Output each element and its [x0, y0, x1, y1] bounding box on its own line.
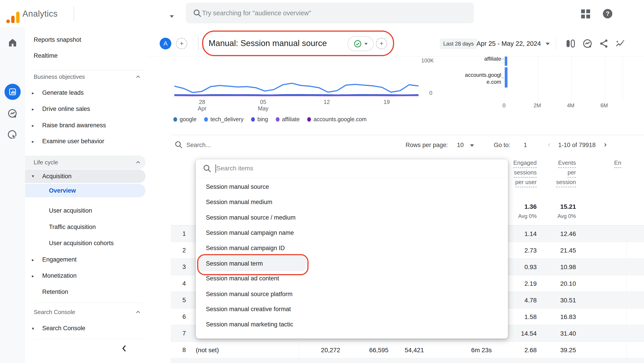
property-selector-caret-icon[interactable] — [170, 15, 174, 18]
prev-page-icon[interactable]: ‹ — [548, 140, 550, 148]
pagination-range: 1-10 of 79918 — [558, 142, 596, 148]
dropdown-item[interactable]: Session manual campaign name — [196, 225, 508, 240]
bar-category-label: affiliate — [452, 55, 501, 62]
bar-affiliate — [505, 56, 507, 66]
table-search-icon[interactable] — [174, 140, 183, 149]
sidebar-item-monetization[interactable]: Monetization — [42, 272, 76, 279]
report-header: A + Manual: Session manual source + Last… — [148, 28, 644, 56]
goto-page-input[interactable]: 1 — [524, 142, 527, 148]
dropdown-item[interactable]: Session manual medium — [196, 194, 508, 210]
sidebar-item-retention[interactable]: Retention — [42, 288, 68, 296]
sidebar-section-business-objectives[interactable]: Business objectives — [34, 74, 85, 80]
sidebar-item-overview-selected[interactable]: Overview — [25, 184, 146, 197]
chevron-down-icon — [546, 43, 550, 45]
comparison-icon[interactable] — [565, 38, 576, 49]
rows-per-page-label: Rows per page: — [406, 142, 448, 148]
bar-x-tick: 2M — [534, 102, 541, 109]
dropdown-search-placeholder: Search items — [216, 165, 253, 172]
toolbar-divider — [556, 37, 556, 50]
bar-x-tick: 6M — [600, 102, 608, 109]
avatar[interactable]: A — [160, 38, 171, 50]
sidebar-item-examine-user-behavior[interactable]: Examine user behavior — [42, 138, 104, 145]
search-icon — [193, 8, 202, 18]
x-tick: 12 — [316, 99, 337, 105]
chevron-up-icon[interactable] — [135, 309, 142, 316]
rows-per-page-select[interactable]: 10 — [457, 142, 464, 148]
help-icon[interactable]: ? — [603, 9, 612, 18]
chevron-up-icon[interactable] — [135, 74, 142, 80]
sidebar-item-drive-online-sales[interactable]: Drive online sales — [42, 106, 90, 112]
expand-arrow-icon[interactable]: ▸ — [32, 123, 34, 128]
share-icon[interactable] — [599, 38, 610, 49]
report-title[interactable]: Manual: Session manual source — [208, 38, 327, 48]
insights-circle-icon[interactable] — [582, 38, 593, 49]
dropdown-item[interactable]: Session manual creative format — [196, 302, 508, 317]
sidebar-item-user-acquisition[interactable]: User acquisition — [49, 207, 92, 214]
date-preset-badge: Last 28 days — [440, 38, 478, 49]
google-apps-grid-icon[interactable] — [581, 10, 590, 18]
dimension-valid-pill[interactable] — [348, 36, 374, 51]
global-search-placeholder: Try searching for "audience overview" — [202, 10, 311, 17]
sidebar-item-search-console[interactable]: Search Console — [42, 325, 85, 332]
collapse-arrow-icon: ▾ — [32, 174, 34, 179]
dropdown-item-highlighted[interactable]: Session manual term — [196, 256, 508, 271]
reports-nav-active[interactable] — [4, 84, 21, 100]
column-header-events-per-session[interactable]: Events per session — [531, 158, 576, 187]
analytics-logo-icon — [6, 12, 20, 23]
home-icon[interactable] — [7, 37, 18, 48]
goto-label: Go to: — [494, 142, 510, 148]
sidebar-item-generate-leads[interactable]: Generate leads — [42, 89, 84, 96]
collapse-arrow-icon[interactable]: ▾ — [32, 326, 34, 331]
expand-arrow-icon[interactable]: ▸ — [32, 257, 34, 262]
next-page-icon[interactable]: › — [604, 140, 606, 148]
add-comparison-icon[interactable]: + — [176, 38, 187, 49]
sidebar-section-life-cycle[interactable]: Life cycle — [25, 156, 146, 169]
chevron-down-icon — [364, 43, 368, 45]
y-axis-label-max: 100K — [421, 58, 434, 64]
dropdown-search-field[interactable]: Search items — [196, 160, 508, 178]
bar-gridline — [605, 56, 605, 101]
sidebar-item-realtime[interactable]: Realtime — [34, 52, 58, 59]
dropdown-item[interactable]: Session manual ad content — [196, 271, 508, 286]
dropdown-item[interactable]: Session manual marketing tactic — [196, 317, 508, 332]
collapse-sidebar-icon[interactable] — [120, 344, 128, 352]
chart-legend: google tech_delivery bing affiliate acco… — [173, 116, 367, 122]
add-metric-icon[interactable]: + — [376, 38, 387, 49]
expand-arrow-icon[interactable]: ▸ — [32, 90, 34, 96]
sidebar-divider — [34, 339, 144, 339]
sidebar-item-raise-brand-awareness[interactable]: Raise brand awareness — [42, 122, 106, 129]
totals-events: 15.21 Avg 0% — [531, 203, 576, 219]
check-circle-icon — [354, 40, 362, 48]
explore-icon[interactable] — [7, 108, 18, 119]
dimension-cell: (not set) — [196, 346, 219, 354]
advertising-icon[interactable] — [7, 130, 18, 140]
legend-item: bing — [251, 116, 268, 122]
sidebar-section-search-console[interactable]: Search Console — [34, 309, 75, 316]
table-search-input[interactable]: Search... — [186, 142, 210, 148]
date-range-selector[interactable]: Apr 25 - May 22, 2024 — [476, 40, 541, 47]
sidebar-item-acquisition[interactable]: ▾ Acquisition — [25, 170, 146, 183]
nav-rail: ⚙ — [0, 28, 25, 363]
dropdown-item[interactable]: Session manual campaign ID — [196, 240, 508, 256]
expand-arrow-icon[interactable]: ▸ — [32, 107, 34, 112]
sparkline-icon[interactable] — [615, 38, 626, 49]
bar-gridline — [538, 56, 538, 101]
table-row[interactable]: 8 (not set) 20,272 66,595 54,421 6m 23s … — [171, 342, 644, 358]
dropdown-item[interactable]: Session manual source platform — [196, 286, 508, 302]
dimension-dropdown: Search items Session manual source Sessi… — [196, 160, 508, 338]
column-header-clipped[interactable]: En — [614, 158, 624, 168]
global-search-input[interactable]: Try searching for "audience overview" — [186, 3, 474, 23]
sidebar-item-user-acquisition-cohorts[interactable]: User acquisition cohorts — [49, 240, 114, 247]
line-chart-svg — [173, 56, 420, 102]
expand-arrow-icon[interactable]: ▸ — [32, 139, 34, 144]
bar-x-tick: 4M — [567, 102, 574, 109]
dropdown-item[interactable]: Session manual source — [196, 179, 508, 194]
expand-arrow-icon[interactable]: ▸ — [32, 274, 34, 278]
sidebar-item-traffic-acquisition[interactable]: Traffic acquisition — [49, 224, 96, 230]
sidebar-item-engagement[interactable]: Engagement — [42, 256, 76, 263]
y-axis-label-zero: 0 — [429, 90, 432, 96]
dropdown-item[interactable]: Session manual source / medium — [196, 210, 508, 225]
sidebar-item-reports-snapshot[interactable]: Reports snapshot — [34, 36, 81, 43]
chevron-down-icon[interactable] — [470, 144, 474, 147]
table-controls: Search... Rows per page: 10 Go to: 1 ‹ 1… — [171, 135, 644, 156]
